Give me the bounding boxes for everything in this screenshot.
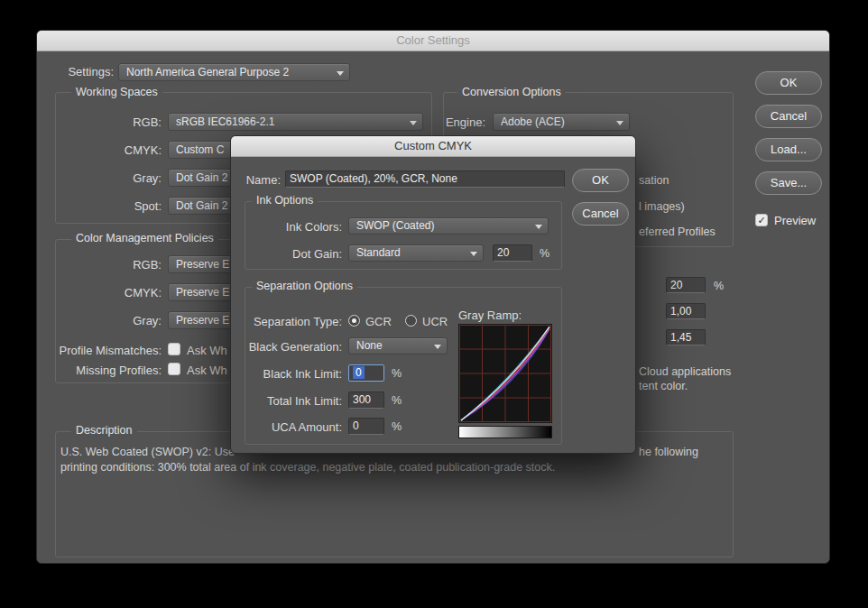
settings-label: Settings: [37, 65, 114, 78]
black-ink-limit-field[interactable]: 0 [348, 364, 384, 382]
save-button[interactable]: Save... [755, 171, 822, 195]
gcr-radio[interactable] [348, 315, 360, 327]
gray-ramp-graph [458, 324, 552, 423]
cancel-button[interactable]: Cancel [755, 105, 822, 128]
black-generation-label: Black Generation: [231, 340, 342, 354]
profile-mismatches-label: Profile Mismatches: [44, 344, 162, 357]
desaturate-monitor-field[interactable]: 20 [666, 277, 706, 293]
gray-workspace-value: Dot Gain 2 [176, 171, 227, 184]
name-label: Name: [231, 173, 281, 187]
rgb-workspace-value: sRGB IEC61966-2.1 [176, 115, 274, 128]
missing-profiles-checkbox[interactable] [168, 363, 180, 375]
policy-gray-value: Preserve E [176, 314, 229, 327]
custom-cmyk-dialog: Custom CMYK Name: SWOP (Coated), 20%, GC… [230, 135, 636, 454]
ucr-label: UCR [422, 315, 448, 328]
policy-cmyk-value: Preserve E [176, 286, 229, 299]
separation-type-label: Separation Type: [231, 315, 342, 328]
gray-ramp-curves [459, 325, 551, 422]
chevron-down-icon [470, 252, 477, 256]
blend-rgb-gamma-field[interactable]: 1,00 [666, 303, 706, 319]
policies-title: Color Management Policies [71, 232, 218, 245]
policy-rgb-label: RGB: [44, 258, 162, 272]
profile-mismatches-value-fragment: Ask Wh [187, 344, 227, 357]
description-line1-right: he following [639, 446, 698, 458]
ink-colors-value: SWOP (Coated) [356, 219, 434, 232]
chevron-down-icon [337, 71, 344, 76]
preview-checkbox[interactable]: ✓ [755, 214, 768, 226]
dot-gain-value: Standard [356, 246, 401, 259]
total-ink-percent-label: % [392, 394, 402, 407]
engine-select[interactable]: Adobe (ACE) [493, 113, 630, 131]
conversion-options-title: Conversion Options [457, 86, 566, 99]
gray-label: Gray: [44, 171, 162, 185]
policy-rgb-value: Preserve E [176, 258, 229, 271]
dot-gain-amount-field[interactable]: 20 [493, 244, 532, 262]
dot-gain-percent-label: % [540, 247, 549, 260]
gray-ramp-label: Gray Ramp: [458, 309, 552, 322]
ink-colors-select[interactable]: SWOP (Coated) [348, 217, 549, 235]
modal-ok-button[interactable]: OK [572, 169, 629, 192]
scene-referred-label-fragment: eferred Profiles [639, 226, 716, 238]
cmyk-workspace-value: Custom C [176, 143, 224, 156]
description-title: Description [71, 424, 137, 438]
black-ink-percent-label: % [392, 367, 402, 380]
policy-gray-label: Gray: [44, 314, 162, 327]
engine-value: Adobe (ACE) [501, 115, 565, 128]
ok-button[interactable]: OK [755, 71, 822, 95]
total-ink-limit-field[interactable]: 300 [348, 392, 384, 409]
black-generation-select[interactable]: None [348, 337, 448, 355]
modal-cancel-button[interactable]: Cancel [572, 202, 629, 226]
radio-dot-icon [352, 318, 356, 323]
load-button[interactable]: Load... [755, 138, 822, 161]
dither-label-fragment: l images) [639, 200, 685, 213]
ink-colors-label: Ink Colors: [231, 220, 342, 234]
gray-ramp-gradient-bar [458, 426, 552, 438]
dot-gain-select[interactable]: Standard [348, 244, 484, 262]
checkmark-icon: ✓ [757, 215, 765, 226]
window-title: Color Settings [396, 33, 470, 47]
chevron-down-icon [434, 345, 441, 349]
ucr-radio[interactable] [405, 315, 417, 327]
uca-amount-label: UCA Amount: [231, 420, 342, 434]
chevron-down-icon [616, 121, 623, 125]
name-field[interactable]: SWOP (Coated), 20%, GCR, None [285, 170, 565, 188]
black-ink-limit-selected-text: 0 [353, 366, 365, 379]
modal-title: Custom CMYK [394, 139, 472, 152]
spot-label: Spot: [44, 199, 162, 213]
modal-titlebar[interactable]: Custom CMYK [231, 136, 635, 157]
missing-profiles-value-fragment: Ask Wh [187, 364, 227, 377]
rgb-label: RGB: [44, 115, 162, 129]
ink-options-title: Ink Options [252, 194, 318, 207]
spot-workspace-value: Dot Gain 2 [176, 199, 227, 212]
chevron-down-icon [535, 225, 542, 229]
uca-amount-field[interactable]: 0 [348, 418, 384, 435]
total-ink-limit-label: Total Ink Limit: [231, 394, 342, 408]
policy-cmyk-label: CMYK: [44, 286, 162, 299]
engine-label: Engine: [380, 115, 485, 129]
description-line1-left: U.S. Web Coated (SWOP) v2: Use [60, 446, 235, 458]
window-titlebar[interactable]: Color Settings [37, 31, 829, 51]
compensation-label-fragment: sation [639, 174, 669, 187]
settings-value: North America General Purpose 2 [126, 66, 289, 78]
description-line2: printing conditions: 300% total area of … [60, 461, 728, 474]
profile-mismatches-checkbox[interactable] [168, 343, 180, 355]
uca-percent-label: % [392, 420, 402, 433]
cmyk-label: CMYK: [44, 143, 162, 157]
gcr-label: GCR [365, 315, 392, 328]
desaturate-percent-label: % [714, 280, 724, 292]
preview-label: Preview [774, 214, 816, 227]
missing-profiles-label: Missing Profiles: [44, 364, 162, 377]
settings-select[interactable]: North America General Purpose 2 [118, 63, 350, 81]
sync-note-fragment-1: Cloud applications [639, 365, 731, 378]
blend-text-gamma-field[interactable]: 1,45 [666, 329, 706, 345]
sync-note-fragment-2: tent color. [639, 380, 688, 392]
separation-options-title: Separation Options [252, 280, 357, 293]
working-spaces-title: Working Spaces [71, 86, 162, 99]
dot-gain-label: Dot Gain: [231, 247, 342, 261]
black-ink-limit-label: Black Ink Limit: [231, 367, 342, 381]
black-generation-value: None [356, 339, 383, 352]
